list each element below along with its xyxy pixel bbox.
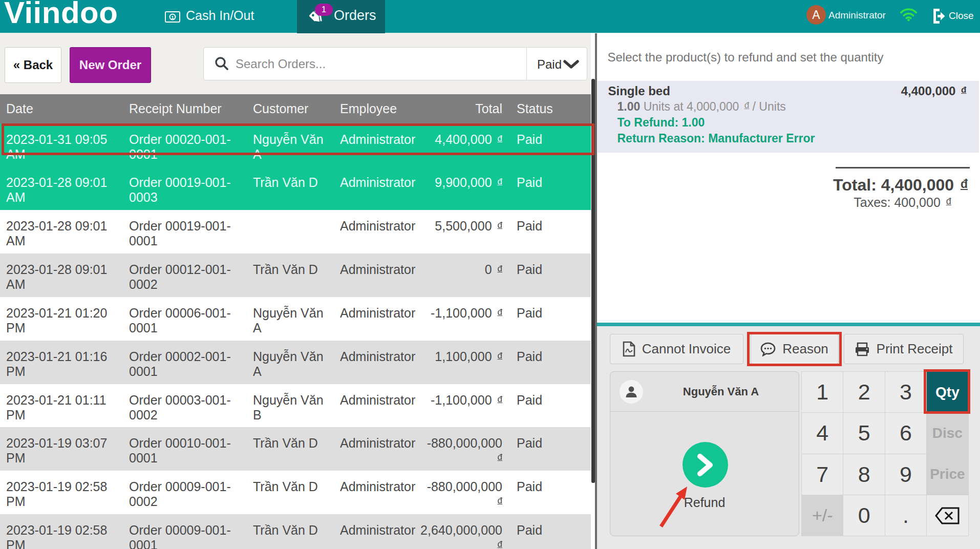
svg-text:1: 1: [171, 15, 174, 20]
